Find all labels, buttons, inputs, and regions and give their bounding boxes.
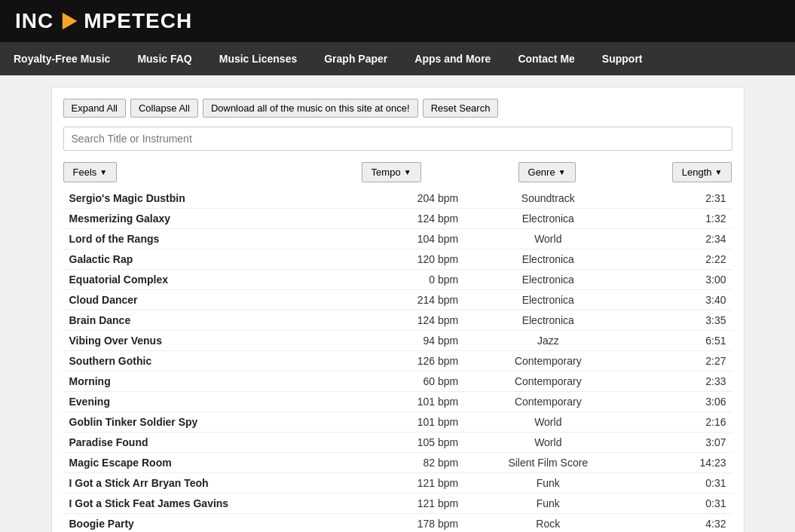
nav-item-support[interactable]: Support bbox=[589, 42, 656, 75]
track-tempo: 126 bpm bbox=[364, 351, 464, 371]
track-length: 0:31 bbox=[631, 494, 732, 514]
table-row[interactable]: Vibing Over Venus94 bpmJazz6:51 bbox=[63, 331, 732, 351]
track-title: Goblin Tinker Soldier Spy bbox=[63, 412, 365, 433]
download-all-button[interactable]: Download all of the music on this site a… bbox=[203, 99, 418, 118]
tempo-filter[interactable]: Tempo ▼ bbox=[362, 162, 421, 182]
track-tempo: 82 bpm bbox=[364, 453, 464, 473]
track-title: Mesmerizing Galaxy bbox=[63, 209, 365, 229]
nav-item-apps-and-more[interactable]: Apps and More bbox=[401, 42, 504, 75]
table-row[interactable]: I Got a Stick Feat James Gavins121 bpmFu… bbox=[63, 494, 732, 514]
track-tempo: 124 bpm bbox=[364, 310, 464, 331]
length-label: Length bbox=[682, 167, 712, 178]
track-length: 6:51 bbox=[631, 331, 732, 351]
table-row[interactable]: Sergio's Magic Dustbin204 bpmSoundtrack2… bbox=[63, 188, 732, 209]
track-length: 4:32 bbox=[631, 514, 732, 533]
track-title: Paradise Found bbox=[63, 433, 365, 453]
logo-play-icon bbox=[58, 11, 79, 32]
table-row[interactable]: Southern Gothic126 bpmContemporary2:27 bbox=[63, 351, 732, 371]
track-genre: Electronica bbox=[464, 209, 631, 229]
track-length: 3:35 bbox=[631, 310, 732, 331]
nav-item-contact-me[interactable]: Contact Me bbox=[504, 42, 588, 75]
toolbar: Expand All Collapse All Download all of … bbox=[63, 99, 732, 118]
track-title: Morning bbox=[63, 371, 365, 392]
feels-filter[interactable]: Feels ▼ bbox=[63, 162, 118, 182]
track-tempo: 104 bpm bbox=[364, 229, 464, 249]
track-genre: World bbox=[464, 229, 631, 249]
nav-item-music-faq[interactable]: Music FAQ bbox=[124, 42, 205, 75]
music-table: Sergio's Magic Dustbin204 bpmSoundtrack2… bbox=[63, 188, 732, 532]
feels-label: Feels bbox=[73, 167, 97, 178]
tempo-arrow-icon: ▼ bbox=[404, 168, 411, 176]
track-length: 3:07 bbox=[631, 433, 732, 453]
logo-text-before: INC bbox=[15, 9, 54, 33]
main-content: Expand All Collapse All Download all of … bbox=[51, 87, 745, 532]
table-row[interactable]: Boogie Party178 bpmRock4:32 bbox=[63, 514, 732, 533]
reset-search-button[interactable]: Reset Search bbox=[423, 99, 499, 118]
tempo-label: Tempo bbox=[372, 167, 401, 178]
track-tempo: 124 bpm bbox=[364, 209, 464, 229]
track-tempo: 94 bpm bbox=[364, 331, 464, 351]
track-length: 3:40 bbox=[631, 290, 732, 310]
table-row[interactable]: Cloud Dancer214 bpmElectronica3:40 bbox=[63, 290, 732, 310]
track-length: 2:34 bbox=[631, 229, 732, 249]
table-row[interactable]: I Got a Stick Arr Bryan Teoh121 bpmFunk0… bbox=[63, 473, 732, 494]
track-length: 2:27 bbox=[631, 351, 732, 371]
length-arrow-icon: ▼ bbox=[715, 168, 723, 176]
track-length: 0:31 bbox=[631, 473, 732, 494]
track-title: Cloud Dancer bbox=[63, 290, 365, 310]
track-tempo: 105 bpm bbox=[364, 433, 464, 453]
table-row[interactable]: Galactic Rap120 bpmElectronica2:22 bbox=[63, 249, 732, 270]
track-genre: Electronica bbox=[464, 249, 631, 270]
track-title: Boogie Party bbox=[63, 514, 365, 533]
track-title: Galactic Rap bbox=[63, 249, 365, 270]
table-row[interactable]: Morning60 bpmContemporary2:33 bbox=[63, 371, 732, 392]
genre-label: Genre bbox=[528, 167, 555, 178]
track-genre: Contemporary bbox=[464, 351, 631, 371]
track-tempo: 204 bpm bbox=[364, 188, 464, 209]
track-tempo: 121 bpm bbox=[364, 473, 464, 494]
table-row[interactable]: Brain Dance124 bpmElectronica3:35 bbox=[63, 310, 732, 331]
track-title: Equatorial Complex bbox=[63, 270, 365, 290]
track-genre: Silent Film Score bbox=[464, 453, 631, 473]
nav-item-music-licenses[interactable]: Music Licenses bbox=[206, 42, 311, 75]
site-logo: INC MPETECH bbox=[15, 9, 192, 33]
nav-item-graph-paper[interactable]: Graph Paper bbox=[310, 42, 401, 75]
track-title: Vibing Over Venus bbox=[63, 331, 365, 351]
track-tempo: 101 bpm bbox=[364, 412, 464, 433]
track-length: 2:33 bbox=[631, 371, 732, 392]
track-tempo: 101 bpm bbox=[364, 392, 464, 412]
track-title: I Got a Stick Feat James Gavins bbox=[63, 494, 365, 514]
track-tempo: 0 bpm bbox=[364, 270, 464, 290]
track-title: Evening bbox=[63, 392, 365, 412]
track-genre: Funk bbox=[464, 473, 631, 494]
track-genre: Contemporary bbox=[464, 371, 631, 392]
genre-filter[interactable]: Genre ▼ bbox=[518, 162, 576, 182]
track-tempo: 178 bpm bbox=[364, 514, 464, 533]
music-table-body: Sergio's Magic Dustbin204 bpmSoundtrack2… bbox=[63, 188, 732, 532]
track-title: Southern Gothic bbox=[63, 351, 365, 371]
track-length: 3:06 bbox=[631, 392, 732, 412]
feels-arrow-icon: ▼ bbox=[99, 168, 107, 176]
track-genre: Rock bbox=[464, 514, 631, 533]
track-length: 2:16 bbox=[631, 412, 732, 433]
logo-text-after: MPETECH bbox=[84, 9, 192, 33]
table-row[interactable]: Mesmerizing Galaxy124 bpmElectronica1:32 bbox=[63, 209, 732, 229]
table-row[interactable]: Goblin Tinker Soldier Spy101 bpmWorld2:1… bbox=[63, 412, 732, 433]
track-genre: Electronica bbox=[464, 310, 631, 331]
table-row[interactable]: Evening101 bpmContemporary3:06 bbox=[63, 392, 732, 412]
track-title: Sergio's Magic Dustbin bbox=[63, 188, 365, 209]
site-header: INC MPETECH bbox=[0, 0, 795, 42]
track-length: 2:31 bbox=[631, 188, 732, 209]
table-row[interactable]: Equatorial Complex0 bpmElectronica3:00 bbox=[63, 270, 732, 290]
search-input[interactable] bbox=[63, 127, 732, 151]
nav-item-royalty-free-music[interactable]: Royalty-Free Music bbox=[0, 42, 124, 75]
track-length: 3:00 bbox=[631, 270, 732, 290]
table-row[interactable]: Magic Escape Room82 bpmSilent Film Score… bbox=[63, 453, 732, 473]
table-row[interactable]: Lord of the Rangs104 bpmWorld2:34 bbox=[63, 229, 732, 249]
expand-all-button[interactable]: Expand All bbox=[63, 99, 126, 118]
track-length: 14:23 bbox=[631, 453, 732, 473]
length-filter[interactable]: Length ▼ bbox=[672, 162, 732, 182]
table-row[interactable]: Paradise Found105 bpmWorld3:07 bbox=[63, 433, 732, 453]
genre-arrow-icon: ▼ bbox=[558, 168, 566, 176]
collapse-all-button[interactable]: Collapse All bbox=[130, 99, 198, 118]
